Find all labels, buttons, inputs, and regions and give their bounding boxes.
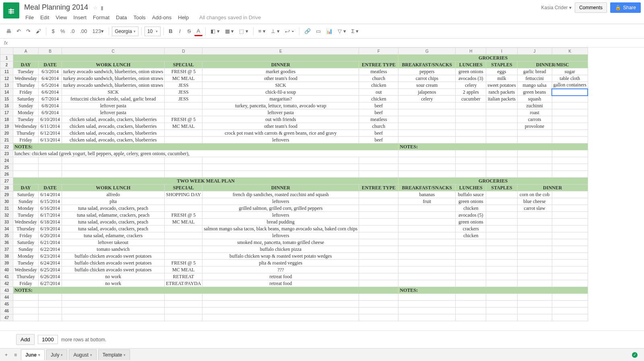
- cell[interactable]: [359, 232, 398, 239]
- cell[interactable]: [456, 116, 486, 123]
- cell[interactable]: RETREAT: [165, 273, 202, 280]
- currency-icon[interactable]: $: [49, 27, 57, 36]
- cell[interactable]: FRESH @ 5: [165, 68, 202, 75]
- cell[interactable]: [552, 219, 588, 226]
- cell[interactable]: sour cream: [398, 82, 456, 89]
- cell[interactable]: [13, 157, 39, 164]
- cell[interactable]: 6/12/2014: [39, 130, 62, 137]
- sheet-area[interactable]: ABCDEFGHIJK1GROCERIES2DAYDATEWORK LUNCHS…: [0, 47, 644, 330]
- col-header-K[interactable]: K: [552, 48, 588, 55]
- cell[interactable]: green onions: [456, 219, 486, 226]
- cell[interactable]: corn on the cob: [517, 191, 552, 198]
- cell[interactable]: [456, 314, 486, 321]
- cell[interactable]: SHOPPING DAY: [165, 191, 202, 198]
- cell[interactable]: MC MEAL: [165, 75, 202, 82]
- menu-add-ons[interactable]: Add-ons: [149, 13, 174, 22]
- cell[interactable]: leftovers: [202, 232, 359, 239]
- cell[interactable]: [165, 232, 202, 239]
- cell[interactable]: [165, 308, 202, 314]
- cell[interactable]: [486, 103, 517, 109]
- cell[interactable]: [552, 246, 588, 253]
- cell[interactable]: [486, 280, 517, 287]
- cell[interactable]: [165, 301, 202, 308]
- cell[interactable]: avocados (5): [456, 212, 486, 219]
- cell[interactable]: [62, 171, 165, 178]
- chart-icon[interactable]: 📊: [324, 27, 334, 36]
- cell[interactable]: margaritas?: [202, 96, 359, 103]
- cell[interactable]: [456, 239, 486, 246]
- italic-icon[interactable]: I: [176, 27, 184, 36]
- cell[interactable]: retreat food: [202, 273, 359, 280]
- font-select[interactable]: Georgia: [112, 27, 138, 36]
- cell[interactable]: [398, 130, 456, 137]
- print-icon[interactable]: 🖶: [4, 27, 13, 36]
- row-header[interactable]: 45: [0, 301, 13, 308]
- cell[interactable]: [202, 171, 359, 178]
- cell[interactable]: [359, 219, 398, 226]
- cell[interactable]: [486, 212, 517, 219]
- cell[interactable]: [552, 164, 588, 171]
- cell[interactable]: 6/25/2014: [39, 267, 62, 273]
- cell[interactable]: [359, 239, 398, 246]
- row-header[interactable]: 21: [0, 137, 13, 144]
- cell[interactable]: celery: [398, 96, 456, 103]
- cell[interactable]: [517, 171, 552, 178]
- add-rows-input[interactable]: [38, 335, 58, 344]
- row-header[interactable]: 22: [0, 144, 13, 150]
- cell[interactable]: 6/13/2014: [39, 137, 62, 144]
- cell[interactable]: [552, 212, 588, 219]
- cell[interactable]: ranch packets: [486, 89, 517, 96]
- cell[interactable]: [398, 212, 456, 219]
- cell[interactable]: Saturday: [13, 191, 39, 198]
- wrap-icon[interactable]: ⮐ ▾: [283, 27, 297, 36]
- cell[interactable]: crock pot roast with carrots & green bea…: [202, 130, 359, 137]
- cell[interactable]: chick-fil-a soup: [202, 89, 359, 96]
- cell[interactable]: ???: [202, 267, 359, 273]
- redo-icon[interactable]: ↷: [24, 27, 33, 36]
- cell[interactable]: retreat food: [202, 280, 359, 287]
- cell[interactable]: MC MEAL: [165, 219, 202, 226]
- cell[interactable]: [552, 253, 588, 260]
- menu-data[interactable]: Data: [113, 13, 130, 22]
- cell[interactable]: beef: [359, 109, 398, 116]
- cell[interactable]: alfredo: [62, 191, 165, 198]
- cell[interactable]: plta & roasted veggies: [202, 260, 359, 267]
- cell[interactable]: [552, 294, 588, 301]
- cell[interactable]: no work: [62, 273, 165, 280]
- cell[interactable]: Friday: [13, 89, 39, 96]
- cell[interactable]: [359, 280, 398, 287]
- cell[interactable]: [456, 171, 486, 178]
- cell[interactable]: carrot chips: [398, 75, 456, 82]
- cell[interactable]: [486, 123, 517, 130]
- cell[interactable]: 6/26/2014: [39, 273, 62, 280]
- cell[interactable]: [359, 226, 398, 232]
- cell[interactable]: [398, 280, 456, 287]
- cell[interactable]: squash: [517, 96, 552, 103]
- cell[interactable]: [165, 246, 202, 253]
- row-header[interactable]: 20: [0, 130, 13, 137]
- cell[interactable]: [398, 137, 456, 144]
- cell[interactable]: [517, 212, 552, 219]
- cell[interactable]: ETREAT/PAYDA: [165, 280, 202, 287]
- cell[interactable]: [486, 273, 517, 280]
- cell[interactable]: 6/18/2014: [39, 219, 62, 226]
- cell[interactable]: Tuesday: [13, 260, 39, 267]
- row-header[interactable]: 42: [0, 280, 13, 287]
- cell[interactable]: [552, 89, 588, 96]
- cell[interactable]: [202, 308, 359, 314]
- cell[interactable]: leftovers: [202, 198, 359, 205]
- cell[interactable]: FRESH @ 5: [165, 260, 202, 267]
- cell[interactable]: grilled salmon, grilled corn, grilled pe…: [202, 205, 359, 212]
- cell[interactable]: [62, 164, 165, 171]
- cell[interactable]: 6/16/2014: [39, 205, 62, 212]
- cell[interactable]: [398, 253, 456, 260]
- row-header[interactable]: 46: [0, 308, 13, 314]
- cell[interactable]: tuna salad, edamame, crackers, peach: [62, 212, 165, 219]
- cell[interactable]: 6/27/2014: [39, 280, 62, 287]
- cell[interactable]: [398, 164, 456, 171]
- cell[interactable]: 6/7/2014: [39, 96, 62, 103]
- row-header[interactable]: 12: [0, 75, 13, 82]
- cell[interactable]: [398, 294, 456, 301]
- cell[interactable]: MC MEAL: [165, 267, 202, 273]
- row-header[interactable]: 44: [0, 294, 13, 301]
